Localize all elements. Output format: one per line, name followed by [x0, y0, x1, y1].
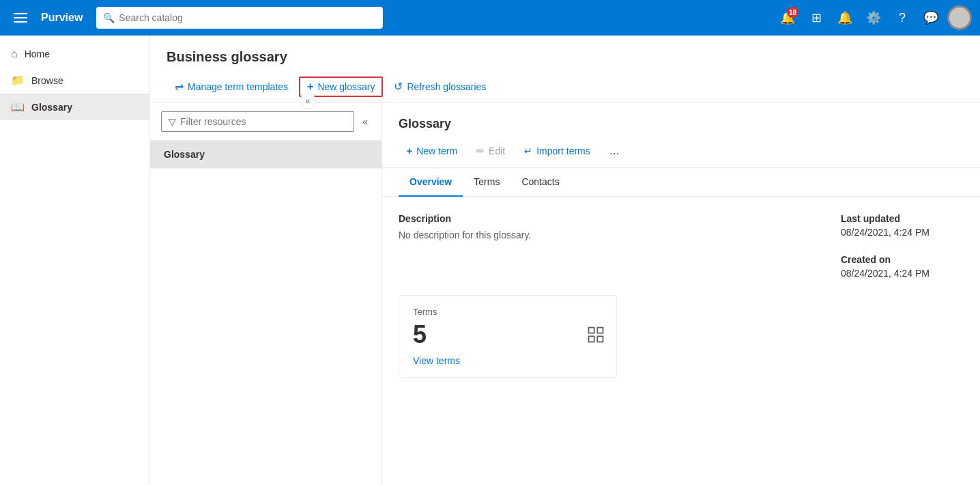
split-view: ▽ « Glossary Glossary + — [150, 103, 980, 485]
tab-contacts[interactable]: Contacts — [510, 168, 570, 197]
tab-content: Description No description for this glos… — [382, 197, 980, 485]
plus-icon: + — [307, 81, 313, 93]
more-icon: ... — [609, 143, 620, 158]
hamburger-menu-button[interactable] — [8, 5, 33, 30]
left-panel: ▽ « Glossary — [150, 103, 382, 485]
search-bar: 🔍 — [96, 7, 383, 29]
description-section: Description No description for this glos… — [399, 213, 800, 279]
refresh-icon: ↺ — [394, 80, 403, 93]
glossary-icon: 📖 — [11, 100, 25, 113]
svg-rect-0 — [589, 327, 594, 333]
edit-button[interactable]: ✏ Edit — [468, 141, 513, 161]
meta-section: Last updated 08/24/2021, 4:24 PM Created… — [841, 213, 964, 279]
new-glossary-label: New glossary — [317, 81, 375, 92]
right-panel-title: Glossary — [399, 117, 964, 131]
right-toolbar: + New term ✏ Edit ↵ Import terms ... — [399, 139, 964, 167]
created-on-label: Created on — [841, 254, 964, 265]
notification-bell-button[interactable]: 🔔 18 — [775, 5, 800, 30]
topnav: Purview 🔍 🔔 18 ⊞ 🔔 ⚙️ ? 💬 — [0, 0, 980, 36]
page-title: Business glossary — [167, 49, 964, 65]
tab-overview[interactable]: Overview — [399, 168, 463, 197]
glossary-list: Glossary — [150, 141, 381, 485]
tab-overview-label: Overview — [409, 176, 452, 187]
grid-icon — [586, 325, 605, 348]
created-on-value: 08/24/2021, 4:24 PM — [841, 268, 964, 279]
sidebar: « ⌂ Home 📁 Browse 📖 Glossary — [0, 36, 150, 485]
import-icon: ↵ — [524, 146, 532, 156]
help-button[interactable]: ? — [890, 5, 914, 30]
sidebar-collapse-button[interactable]: « — [300, 93, 316, 109]
manage-term-templates-label: Manage term templates — [188, 81, 288, 92]
filter-icon: ▽ — [169, 116, 176, 127]
sidebar-item-browse[interactable]: 📁 Browse — [0, 67, 149, 94]
glossary-list-item-label: Glossary — [164, 149, 205, 160]
feedback-button[interactable]: 💬 — [919, 5, 943, 30]
filter-resources-input[interactable] — [180, 116, 347, 127]
new-term-label: New term — [416, 146, 457, 156]
description-label: Description — [399, 213, 800, 224]
view-terms-link[interactable]: View terms — [413, 355, 603, 366]
feedback-icon: 💬 — [923, 10, 938, 25]
sidebar-item-home-label: Home — [25, 48, 50, 59]
app-title: Purview — [41, 12, 83, 24]
glossary-list-item[interactable]: Glossary — [150, 141, 381, 169]
tabs-bar: Overview Terms Contacts — [382, 168, 980, 197]
settings-icon: ⚙️ — [866, 10, 881, 25]
description-value: No description for this glossary. — [399, 230, 800, 240]
avatar — [949, 8, 970, 28]
apps-icon: ⊞ — [811, 10, 822, 25]
search-icon: 🔍 — [103, 12, 115, 23]
refresh-glossaries-label: Refresh glossaries — [407, 81, 486, 92]
sidebar-item-glossary[interactable]: 📖 Glossary — [0, 94, 149, 120]
sliders-icon: ⇌ — [175, 80, 184, 93]
content-area: Business glossary ⇌ Manage term template… — [150, 36, 980, 485]
svg-rect-2 — [589, 336, 594, 342]
page-header: Business glossary ⇌ Manage term template… — [150, 36, 980, 103]
right-header: Glossary + New term ✏ Edit ↵ Import term — [382, 103, 980, 168]
last-updated-value: 08/24/2021, 4:24 PM — [841, 227, 964, 238]
search-input[interactable] — [119, 12, 376, 23]
terms-card-label: Terms — [413, 307, 603, 317]
tab-terms-label: Terms — [474, 176, 500, 187]
toolbar: ⇌ Manage term templates + New glossary ↺… — [167, 76, 964, 102]
new-term-plus-icon: + — [407, 146, 412, 156]
last-updated-label: Last updated — [841, 213, 964, 224]
filter-bar: ▽ « — [150, 103, 381, 141]
alerts-icon: 🔔 — [837, 10, 852, 25]
manage-term-templates-button[interactable]: ⇌ Manage term templates — [167, 76, 296, 97]
settings-button[interactable]: ⚙️ — [861, 5, 886, 30]
terms-card-count: 5 — [413, 322, 603, 347]
edit-label: Edit — [489, 146, 505, 156]
filter-input-wrapper: ▽ — [161, 111, 354, 132]
import-terms-label: Import terms — [536, 146, 590, 156]
apps-button[interactable]: ⊞ — [804, 5, 828, 30]
svg-rect-3 — [597, 336, 603, 342]
more-actions-button[interactable]: ... — [601, 139, 628, 162]
tab-terms[interactable]: Terms — [463, 168, 510, 197]
left-panel-collapse-button[interactable]: « — [360, 113, 371, 130]
help-icon: ? — [899, 11, 906, 25]
sidebar-item-browse-label: Browse — [31, 75, 63, 86]
browse-icon: 📁 — [11, 74, 25, 87]
terms-card: Terms 5 View terms — [399, 295, 617, 378]
main-layout: « ⌂ Home 📁 Browse 📖 Glossary Business gl… — [0, 36, 980, 485]
notification-badge: 18 — [787, 7, 798, 18]
topnav-icons: 🔔 18 ⊞ 🔔 ⚙️ ? 💬 — [775, 5, 972, 30]
overview-row: Description No description for this glos… — [399, 213, 964, 279]
sidebar-item-glossary-label: Glossary — [31, 102, 72, 113]
tab-contacts-label: Contacts — [521, 176, 559, 187]
right-panel: Glossary + New term ✏ Edit ↵ Import term — [382, 103, 980, 485]
refresh-glossaries-button[interactable]: ↺ Refresh glossaries — [386, 76, 494, 97]
edit-icon: ✏ — [476, 146, 485, 156]
import-terms-button[interactable]: ↵ Import terms — [516, 141, 599, 161]
user-avatar-button[interactable] — [947, 5, 972, 30]
sidebar-item-home[interactable]: ⌂ Home — [0, 41, 149, 67]
home-icon: ⌂ — [11, 48, 18, 60]
new-term-button[interactable]: + New term — [399, 141, 465, 161]
alerts-button[interactable]: 🔔 — [833, 5, 857, 30]
svg-rect-1 — [597, 327, 603, 333]
